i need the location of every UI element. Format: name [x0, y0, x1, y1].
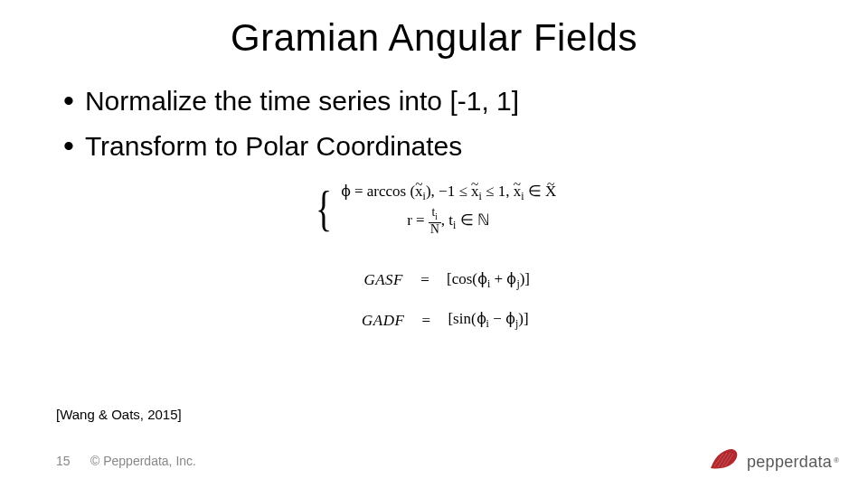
gasf-gadf-block: GASF = [cos(ϕi + ϕj)] GADF = [sin(ϕi − ϕ… [0, 260, 868, 341]
gadf-equation: GADF = [sin(ϕi − ϕj)] [339, 309, 528, 331]
brand-logo: pepperdata ® [709, 446, 843, 472]
bullet-item: • Transform to Polar Coordinates [63, 128, 519, 164]
bullet-item: • Normalize the time series into [-1, 1] [63, 83, 519, 119]
polar-formula: { ϕ = arccos (xi), −1 ≤ xi ≤ 1, xi ∈ X r… [0, 181, 868, 237]
citation: [Wang & Oats, 2015] [56, 407, 182, 422]
formula-line-r: r = tiN, ti ∈ ℕ [407, 207, 490, 236]
bullet-text: Normalize the time series into [-1, 1] [85, 83, 519, 119]
pepper-icon [709, 446, 741, 472]
left-brace-icon: { [316, 184, 332, 233]
brand-tm: ® [834, 456, 839, 465]
bullet-text: Transform to Polar Coordinates [85, 128, 462, 164]
slide-title: Gramian Angular Fields [0, 16, 868, 60]
page-number: 15 [56, 454, 71, 468]
gasf-equation: GASF = [cos(ϕi + ϕj)] [338, 269, 530, 291]
copyright: © Pepperdata, Inc. [90, 454, 196, 468]
bullet-list: • Normalize the time series into [-1, 1]… [63, 83, 519, 174]
brand-name: pepperdata [747, 453, 832, 472]
slide: Gramian Angular Fields • Normalize the t… [0, 0, 868, 488]
bullet-dot-icon: • [63, 85, 74, 116]
bullet-dot-icon: • [63, 130, 74, 161]
formula-line-phi: ϕ = arccos (xi), −1 ≤ xi ≤ 1, xi ∈ X [341, 181, 557, 207]
